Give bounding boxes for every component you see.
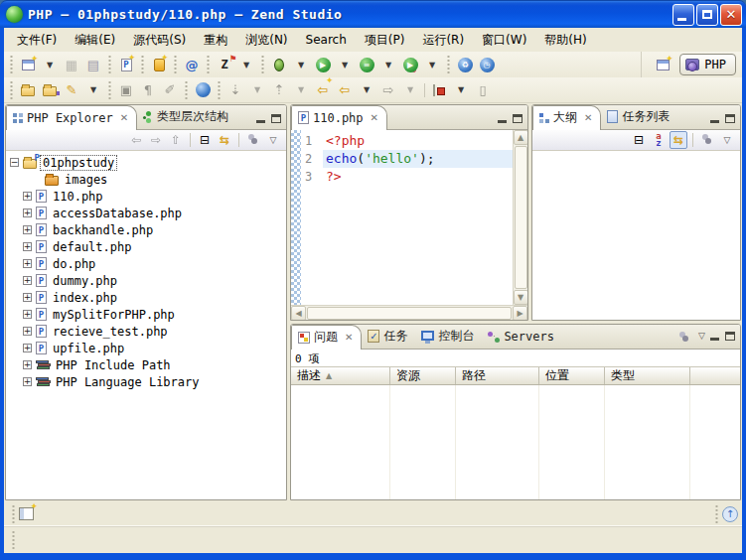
explorer-back-button[interactable]: ⇦ <box>127 131 145 149</box>
menu-window[interactable]: 窗口(W) <box>473 29 535 52</box>
mark-occurrences-dropdown[interactable]: ▼ <box>83 79 103 101</box>
tab-servers[interactable]: Servers <box>482 325 562 349</box>
view-maximize-icon[interactable] <box>725 332 735 341</box>
toolbar-drag-handle[interactable] <box>107 56 112 73</box>
fast-view-icon[interactable] <box>19 507 34 520</box>
run-button[interactable]: ▶ <box>313 54 333 75</box>
view-minimize-icon[interactable] <box>256 114 266 123</box>
toolbar-drag-handle[interactable] <box>217 81 222 99</box>
debug-button[interactable] <box>269 54 289 75</box>
tree-item-php-file[interactable]: + P 110.php <box>10 188 286 205</box>
new-php-element-button[interactable] <box>149 54 169 75</box>
expand-expander[interactable]: + <box>23 225 32 234</box>
tree-item-php-file[interactable]: + P do.php <box>10 255 286 272</box>
scroll-down-icon[interactable]: ▼ <box>514 290 528 305</box>
save-button[interactable]: ▦ <box>62 54 81 75</box>
tab-tasks[interactable]: ✓ 任务 <box>362 325 415 349</box>
new-wizard-dropdown[interactable]: ▼ <box>40 54 60 75</box>
tree-item-php-file[interactable]: + P default.php <box>10 238 286 255</box>
tab-close-icon[interactable]: ✕ <box>371 112 378 123</box>
debug-dropdown[interactable]: ▼ <box>291 54 311 75</box>
tab-close-icon[interactable]: ✕ <box>584 112 592 123</box>
prev-annotation-dropdown[interactable]: ▼ <box>291 79 311 101</box>
column-header-resource[interactable]: 资源 <box>390 367 456 384</box>
expand-expander[interactable]: + <box>23 344 32 352</box>
menu-help[interactable]: 帮助(H) <box>535 29 595 52</box>
prev-annotation-button[interactable]: ⇡ <box>269 79 289 101</box>
show-block-button[interactable]: ▣ <box>116 79 136 101</box>
show-whitespace-button[interactable]: ¶ <box>138 79 158 101</box>
collapse-all-button[interactable]: ⊟ <box>196 131 214 149</box>
expand-expander[interactable]: + <box>23 360 32 369</box>
forward-button[interactable]: ⇨ <box>378 79 398 101</box>
toggle-breakpoint-button[interactable] <box>429 79 449 101</box>
toolbar-drag-handle[interactable] <box>9 56 14 73</box>
edit-mode-button[interactable]: ✐ <box>160 79 180 101</box>
back-button[interactable]: ⇦ <box>335 79 355 101</box>
new-php-file-button[interactable]: P <box>116 54 136 75</box>
menu-refactor[interactable]: 重构 <box>195 29 236 52</box>
expand-expander[interactable]: + <box>23 259 32 268</box>
menu-search[interactable]: Search <box>297 30 356 50</box>
expand-expander[interactable]: + <box>23 242 32 251</box>
menu-navigate[interactable]: 浏览(N) <box>236 29 296 52</box>
zend-debug-button[interactable]: Z <box>215 54 234 75</box>
tree-item-language-library[interactable]: + PHP Language Library <box>10 373 286 390</box>
progress-up-arrow-icon[interactable]: ↑ <box>722 506 738 522</box>
tab-outline[interactable]: 大纲 ✕ <box>532 105 601 130</box>
annotation-ruler[interactable] <box>291 130 301 305</box>
close-button[interactable]: ✕ <box>720 4 742 26</box>
expand-expander[interactable]: + <box>23 209 32 217</box>
view-maximize-icon[interactable] <box>271 114 281 123</box>
tab-task-list[interactable]: 任务列表 <box>601 105 677 129</box>
menu-source[interactable]: 源代码(S) <box>124 29 195 52</box>
run-history-button[interactable]: ≡ <box>357 54 376 75</box>
tab-type-hierarchy[interactable]: 类型层次结构 <box>137 105 236 129</box>
toolbar-drag-handle[interactable] <box>140 56 145 73</box>
explorer-menu-button[interactable] <box>244 131 262 149</box>
external-file-button[interactable]: ▯ <box>473 79 493 101</box>
link-with-editor-button[interactable]: ⇆ <box>216 131 233 149</box>
open-php-resource-button[interactable] <box>40 79 60 101</box>
zend-debug-dropdown[interactable]: ▼ <box>236 54 256 75</box>
tree-item-php-file[interactable]: + P accessDatabase.php <box>10 205 286 221</box>
next-annotation-dropdown[interactable]: ▼ <box>247 79 267 101</box>
outline-collapse-all-button[interactable]: ⊟ <box>630 131 648 149</box>
view-maximize-icon[interactable] <box>513 114 522 123</box>
profile-dropdown[interactable]: ▼ <box>422 54 442 75</box>
menu-run[interactable]: 运行(R) <box>413 29 473 52</box>
column-header-location[interactable]: 位置 <box>539 367 605 384</box>
bottom-menu-button[interactable] <box>675 329 693 347</box>
status-drag-handle[interactable] <box>11 531 16 549</box>
print-button[interactable]: ▤ <box>83 54 103 75</box>
next-annotation-button[interactable]: ⇣ <box>225 79 245 101</box>
explorer-forward-button[interactable]: ⇨ <box>147 131 165 149</box>
titlebar[interactable]: PHP — 01phpstudy/110.php — Zend Studio ✕ <box>0 0 746 28</box>
run-dropdown[interactable]: ▼ <box>335 54 355 75</box>
toolbar-drag-handle[interactable] <box>206 56 211 73</box>
column-header-type[interactable]: 类型 <box>605 367 690 384</box>
tab-close-icon[interactable]: ✕ <box>345 332 353 343</box>
trim-drag-handle[interactable] <box>714 505 719 523</box>
toggle-breakpoint-dropdown[interactable]: ▼ <box>451 79 471 101</box>
trim-drag-handle[interactable] <box>11 505 16 523</box>
explorer-up-button[interactable]: ⇧ <box>167 131 185 149</box>
menu-project[interactable]: 项目(P) <box>356 29 414 52</box>
scroll-up-icon[interactable]: ▲ <box>514 130 528 145</box>
editor-horizontal-scrollbar[interactable]: ◀ ▶ <box>291 305 527 320</box>
scroll-left-icon[interactable]: ◀ <box>291 306 306 321</box>
profile-button[interactable]: ▶ <box>400 54 420 75</box>
tree-project-row[interactable]: − P 01phpstudy <box>10 154 286 171</box>
back-dropdown[interactable]: ▼ <box>357 79 376 101</box>
toolbar-drag-handle[interactable] <box>9 81 14 99</box>
new-wizard-button[interactable] <box>18 54 38 75</box>
open-browser-button[interactable] <box>193 79 213 101</box>
scroll-right-icon[interactable]: ▶ <box>513 306 527 321</box>
maximize-button[interactable] <box>696 4 718 26</box>
editor-vertical-scrollbar[interactable]: ▲ ▼ <box>513 130 527 305</box>
mark-occurrences-button[interactable]: ✎ <box>62 79 81 101</box>
collapse-expander[interactable]: − <box>10 158 19 167</box>
php-search-button[interactable]: @ <box>182 54 202 75</box>
expand-expander[interactable]: + <box>23 327 32 336</box>
minimize-button[interactable] <box>672 4 694 26</box>
